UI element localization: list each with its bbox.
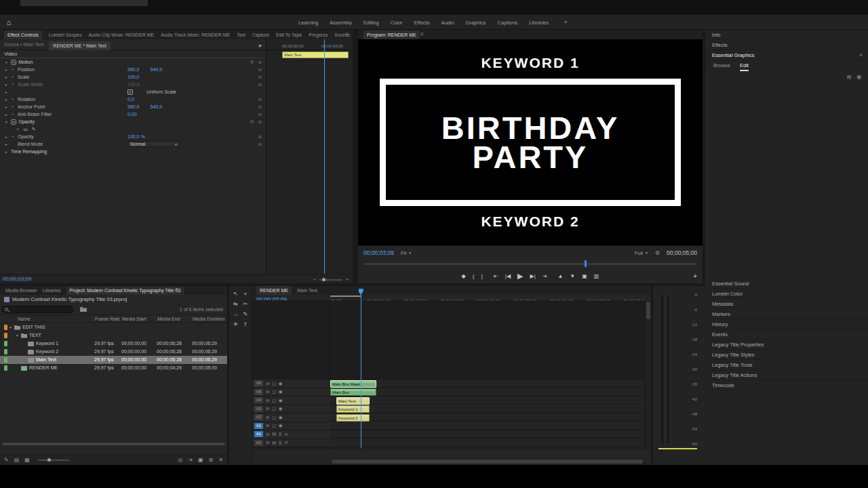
extract-button[interactable]: ▼ — [570, 273, 575, 279]
collapsed-panel-header[interactable]: Legacy Title Tools — [705, 360, 868, 370]
chevron-right-icon[interactable]: ▸ — [5, 150, 11, 154]
video-track-header[interactable]: V4 ⊘ ◻ ◉ — [252, 396, 330, 405]
workspace-tab[interactable]: Graphics — [466, 20, 486, 26]
mini-timeline-clip[interactable]: Main Text — [282, 52, 349, 58]
collapsed-panel-header[interactable]: Legacy Title Properties — [705, 340, 868, 350]
home-button[interactable]: ⌂ — [1, 15, 16, 30]
position-y-value[interactable]: 540,0 — [151, 67, 163, 72]
lift-button[interactable]: ▲ — [557, 273, 563, 279]
effect-toggle-icon[interactable]: ⊙ — [258, 60, 262, 65]
workspace-tab[interactable]: Editing — [363, 20, 379, 26]
stopwatch-icon[interactable]: ◔ — [11, 134, 18, 139]
workspace-tab[interactable]: Effects — [414, 20, 430, 26]
collapsed-panel-header[interactable]: Events — [705, 329, 868, 340]
stopwatch-icon[interactable]: ◔ — [11, 82, 18, 87]
track-lock-icon[interactable]: ⊘ — [266, 381, 269, 386]
collapsed-panel-header[interactable]: Metadata — [705, 299, 868, 309]
panel-tab-info[interactable]: Info — [705, 30, 868, 40]
uniform-scale-checkbox[interactable]: ✓ — [127, 89, 133, 95]
stopwatch-icon[interactable]: ◔ — [11, 112, 18, 117]
delete-button[interactable]: ✕ — [218, 457, 223, 463]
hand-tool[interactable]: ✛ — [233, 321, 238, 327]
property-row-opacity[interactable]: ▸ ◔ Opacity 100,0 % ⊙ — [0, 133, 266, 140]
collapsed-panel-header[interactable]: Timecode — [705, 380, 868, 390]
new-item-button[interactable]: ⊞ — [209, 457, 214, 463]
step-back-button[interactable]: |◀ — [505, 273, 511, 279]
workspace-tab[interactable]: Captions — [498, 20, 518, 26]
sequence-tab[interactable]: Main Text — [297, 286, 317, 295]
panel-menu-icon[interactable]: ≡ — [175, 287, 178, 293]
keyframe-icon[interactable]: ⊙ — [258, 112, 262, 117]
panel-tab[interactable]: Edit To Tape — [276, 30, 302, 39]
panel-menu-icon[interactable]: ≡ — [859, 50, 863, 60]
workspace-tab[interactable]: Audio — [441, 20, 454, 26]
tab-browse[interactable]: Browse — [713, 62, 730, 68]
playhead[interactable] — [324, 39, 325, 274]
sync-lock-icon[interactable]: ◻ — [272, 423, 275, 428]
workspace-tab[interactable]: Assembly — [330, 20, 352, 26]
panel-tab-effects[interactable]: Effects — [705, 40, 868, 50]
audio-track-header[interactable]: A2 ⊘ M S ⊙ — [252, 439, 330, 448]
panel-tab[interactable]: Text — [237, 30, 245, 39]
settings-wrench-icon[interactable]: ⚙ — [655, 250, 660, 256]
program-panel-tab[interactable]: Program: RENDER ME — [363, 30, 420, 39]
timeline-tracks-area[interactable]: Main Box Mask Main Box Main Text Keyword… — [330, 300, 644, 449]
project-panel-tab[interactable]: Libraries — [43, 287, 61, 295]
position-x-value[interactable]: 960,0 — [127, 67, 140, 72]
icon-view-button[interactable]: ▦ — [24, 457, 30, 463]
zoom-in-icon[interactable]: + — [346, 277, 349, 282]
reset-effect-icon[interactable]: ↺ — [250, 60, 254, 65]
tab-edit[interactable]: Edit — [740, 60, 749, 71]
playback-resolution-dropdown[interactable]: Full▼ — [635, 250, 648, 256]
vertical-scrollbar[interactable] — [646, 300, 651, 449]
rotation-value[interactable]: 0,0 — [127, 97, 134, 102]
column-header[interactable]: Name — [0, 315, 92, 322]
track-target-badge[interactable]: A1 — [254, 431, 263, 437]
project-row[interactable]: ▾ RENDER ME 29,97 fps 00;00;00;00 00;00;… — [0, 364, 227, 372]
property-row-rotation[interactable]: ▸ ◔ Rotation 0,0 ⊙ — [0, 96, 266, 103]
keyframe-icon[interactable]: ⊙ — [258, 67, 262, 73]
effect-toggle-icon[interactable]: ⊙ — [258, 119, 262, 125]
track-target-badge[interactable]: V4 — [254, 397, 263, 403]
list-view-icon[interactable]: ▤ — [847, 75, 852, 80]
keyframe-icon[interactable]: ⊙ — [258, 142, 262, 147]
workspace-overflow-icon[interactable]: » — [564, 15, 567, 30]
chevron-right-icon[interactable]: ▸ — [5, 68, 11, 72]
track-target-badge[interactable]: V1 — [254, 423, 263, 429]
panel-tab[interactable]: Effect Controls — [4, 30, 42, 39]
timeline-playhead[interactable] — [361, 289, 361, 448]
export-frame-button[interactable]: ▣ — [582, 273, 587, 279]
stopwatch-icon[interactable]: ◔ — [11, 67, 18, 72]
track-output-icon[interactable]: ◉ — [279, 389, 283, 394]
effect-row-time-remapping[interactable]: ▸ Time Remapping — [0, 148, 266, 155]
slip-tool[interactable]: ↔ — [233, 311, 238, 317]
solo-button[interactable]: S — [279, 441, 281, 445]
label-color-chip[interactable] — [4, 333, 7, 338]
chevron-right-icon[interactable]: ▸ — [5, 105, 11, 109]
antiflicker-value[interactable]: 0,00 — [127, 112, 137, 117]
zoom-out-icon[interactable]: − — [313, 277, 316, 282]
effect-controls-timecode[interactable]: 00;00;03;09 — [3, 276, 31, 282]
track-lock-icon[interactable]: ⊘ — [266, 406, 269, 411]
sync-lock-icon[interactable]: ◻ — [272, 381, 275, 386]
anchor-y-value[interactable]: 540,0 — [151, 104, 163, 109]
stopwatch-icon[interactable]: ◔ — [11, 104, 18, 109]
track-lock-icon[interactable]: ⊘ — [266, 440, 269, 445]
chevron-right-icon[interactable]: ▸ — [5, 98, 11, 102]
stopwatch-icon[interactable]: ◔ — [11, 97, 18, 102]
horizontal-scrollbar[interactable] — [330, 458, 644, 465]
reset-effect-icon[interactable]: ↺ — [250, 119, 254, 125]
track-target-badge[interactable]: V6 — [254, 380, 263, 386]
blend-mode-dropdown[interactable]: Normal▼ — [127, 141, 180, 147]
column-header[interactable]: Media Duration — [190, 315, 227, 322]
fx-badge-icon[interactable]: fx — [11, 60, 16, 65]
ellipse-mask-icon[interactable]: ○ — [16, 127, 19, 132]
track-lock-icon[interactable]: ⊘ — [266, 389, 269, 394]
track-target-badge[interactable]: V2 — [254, 414, 263, 420]
mark-out-button[interactable]: } — [481, 273, 483, 279]
panel-tab-essential-graphics[interactable]: Essential Graphics≡ — [705, 50, 868, 60]
label-color-chip[interactable] — [4, 357, 7, 363]
program-video[interactable]: KEYWORD 1 BIRTHDAY PARTY KEYWORD 2 — [358, 39, 703, 245]
chevron-down-icon[interactable]: ▾ — [5, 60, 11, 64]
track-lock-icon[interactable]: ⊘ — [266, 398, 269, 403]
